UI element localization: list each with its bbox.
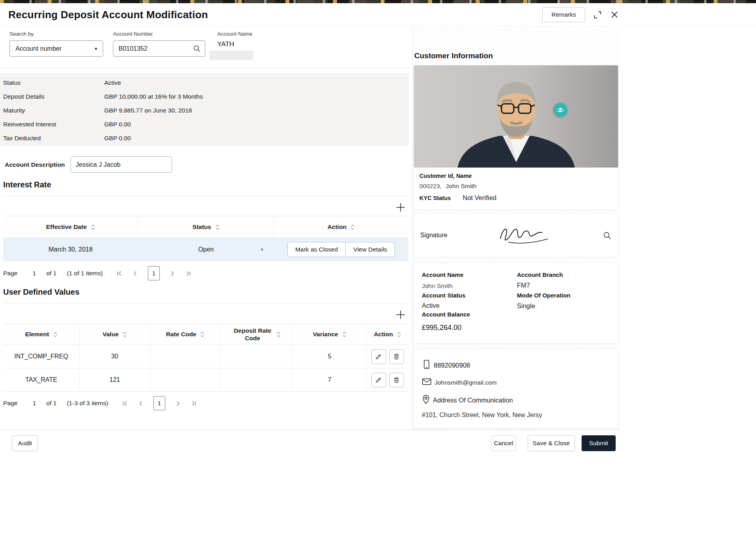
column-header-rate-code[interactable]: Rate Code [150, 324, 220, 345]
variance-cell: 5 [293, 345, 366, 368]
address-value: #101, Church Street, New York, New Jersy [422, 412, 542, 419]
column-header-effective-date[interactable]: Effective Date [3, 216, 138, 238]
titlebar: Recurring Deposit Account Modification R… [0, 3, 756, 26]
page-label: Page [3, 400, 17, 407]
mark-as-closed-button[interactable]: Mark as Closed [287, 242, 346, 257]
column-header-status[interactable]: Status [138, 216, 274, 238]
customer-360-badge-icon[interactable] [553, 103, 567, 117]
delete-button[interactable] [389, 349, 404, 364]
search-by-select[interactable]: Account number ▾ [10, 40, 103, 57]
remarks-button[interactable]: Remarks [542, 7, 585, 22]
sort-icon[interactable] [342, 331, 346, 338]
user-defined-values-heading: User Defined Values [3, 288, 79, 297]
summary-value: GBP 9,885.77 on June 30, 2018 [104, 107, 192, 114]
column-header-action[interactable]: Action [274, 216, 408, 238]
account-number-input[interactable] [113, 45, 193, 52]
column-header-deposit-rate-code[interactable]: Deposit Rate Code [220, 324, 293, 345]
signature-image [497, 224, 553, 247]
edit-button[interactable] [371, 349, 386, 364]
account-number-field-wrap [113, 40, 205, 57]
last-page-icon[interactable] [190, 400, 197, 407]
current-page-box[interactable]: 1 [153, 396, 165, 410]
status-dropdown[interactable]: Open ▾ [138, 238, 274, 261]
mode-of-operation-label: Mode Of Operation [517, 292, 570, 299]
account-name-field-strip [209, 51, 253, 60]
summary-label: Maturity [3, 107, 104, 114]
customer-id-name-label: Customer Id, Name [419, 173, 612, 179]
page-number: 1 [33, 270, 36, 277]
sort-icon[interactable] [350, 224, 355, 231]
page-title: Recurring Deposit Account Modification [8, 9, 208, 21]
contact-card: 8892090908 Johnsmith@gmail.com Address O… [413, 349, 618, 429]
interest-rate-pagination: Page 1 of 1 (1 of 1 items) 1 [3, 265, 191, 281]
interest-rate-table: Effective Date Status Action March 30, 2… [3, 216, 408, 261]
column-header-element[interactable]: Element [3, 324, 79, 345]
email-address: Johnsmith@gmail.com [434, 379, 497, 386]
kyc-status-row: KYC Status Not Verified [419, 194, 612, 202]
rate-code-cell [150, 345, 220, 368]
cancel-button[interactable]: Cancel [491, 435, 516, 451]
account-description-input[interactable] [71, 156, 172, 173]
current-page-box[interactable]: 1 [148, 266, 160, 280]
previous-page-icon[interactable] [132, 270, 139, 277]
audit-button[interactable]: Audit [12, 435, 38, 451]
sort-icon[interactable] [122, 331, 127, 338]
summary-value: GBP 10,000.00 at 16% for 3 Months [104, 93, 203, 100]
submit-button[interactable]: Submit [582, 435, 616, 451]
next-page-icon[interactable] [169, 270, 176, 277]
first-page-icon[interactable] [116, 270, 123, 277]
edit-button[interactable] [371, 373, 386, 387]
sort-icon[interactable] [215, 224, 220, 231]
phone-icon [423, 359, 430, 371]
signature-card: Signature [413, 213, 618, 257]
summary-value: Active [104, 79, 121, 86]
summary-row: Reinvested Interest GBP 0.00 [3, 117, 409, 131]
summary-value: GBP 0.00 [104, 121, 131, 128]
first-page-icon[interactable] [122, 400, 128, 407]
sort-icon[interactable] [91, 224, 95, 231]
column-header-action[interactable]: Action [366, 324, 408, 345]
column-header-value[interactable]: Value [79, 324, 150, 345]
chevron-down-icon: ▾ [261, 247, 263, 252]
column-header-variance[interactable]: Variance [293, 324, 366, 345]
divider [0, 68, 412, 68]
account-number-label: Account Number [113, 31, 153, 37]
divider [3, 196, 408, 196]
summary-label: Tax Deducted [3, 135, 104, 142]
items-count-text: (1 of 1 items) [67, 270, 103, 277]
sort-icon[interactable] [200, 331, 205, 338]
previous-page-icon[interactable] [138, 400, 144, 407]
action-cell [366, 345, 408, 368]
add-user-defined-value-button[interactable] [394, 308, 407, 321]
sort-icon[interactable] [397, 331, 401, 338]
save-and-close-button[interactable]: Save & Close [528, 435, 575, 451]
view-details-button[interactable]: View Details [346, 242, 395, 257]
address-of-communication-label: Address Of Communication [433, 396, 513, 404]
interest-rate-heading: Interest Rate [3, 180, 51, 189]
account-balance-value: £995,264.00 [422, 324, 461, 332]
account-status-value: Active [422, 302, 440, 309]
account-details-card: Account Name John Smith Account Status A… [413, 262, 618, 344]
interest-rate-table-header: Effective Date Status Action [3, 216, 408, 238]
pagination-nav: 1 [122, 396, 197, 410]
search-icon[interactable] [193, 44, 201, 53]
next-page-icon[interactable] [174, 400, 181, 407]
last-page-icon[interactable] [185, 270, 191, 277]
close-icon[interactable] [610, 10, 619, 19]
sort-icon[interactable] [276, 331, 281, 338]
action-cell: Mark as Closed View Details [274, 238, 408, 261]
sort-icon[interactable] [53, 331, 57, 338]
delete-button[interactable] [389, 373, 404, 387]
row-action-buttons: Mark as Closed View Details [287, 242, 395, 257]
mode-of-operation-value: Single [517, 302, 535, 310]
search-by-label: Search by [10, 31, 34, 37]
page-of-text: of 1 [46, 270, 57, 277]
signature-label: Signature [420, 232, 448, 239]
customer-id-name-value: 000223, John Smith [419, 183, 612, 190]
add-interest-rate-button[interactable] [394, 200, 407, 214]
summary-row: Tax Deducted GBP 0.00 [3, 131, 409, 145]
value-cell: 30 [79, 345, 150, 368]
summary-row: Deposit Details GBP 10,000.00 at 16% for… [3, 90, 409, 103]
signature-zoom-icon[interactable] [603, 231, 612, 240]
expand-icon[interactable] [593, 10, 602, 19]
